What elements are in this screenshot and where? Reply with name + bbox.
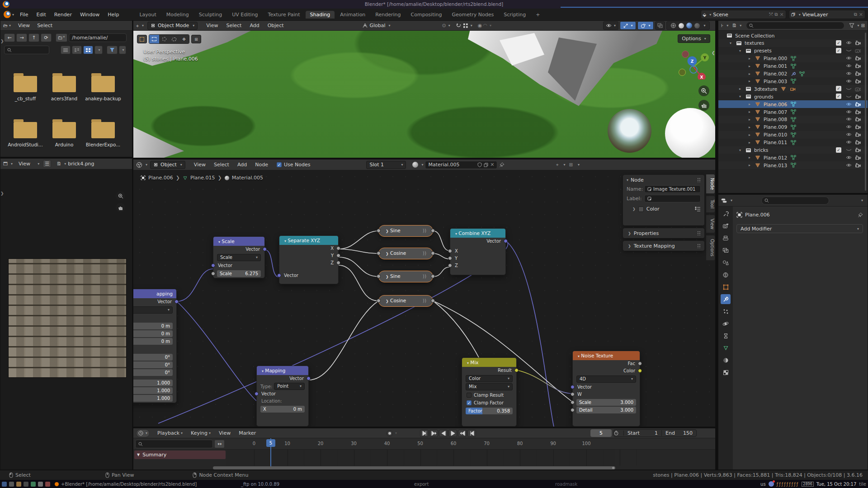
properties-tab-output[interactable] [721,233,731,243]
eye-toggle-icon[interactable] [845,78,852,84]
snap-target-icon[interactable] [463,23,468,28]
node-separate-xyz[interactable]: ▾ Separate XYZ X Y Z Vector [279,235,339,284]
breadcrumb-material[interactable]: Material.005 [232,175,263,181]
camera-toggle-icon[interactable] [854,116,861,122]
folder-item[interactable]: Arduino [46,118,83,147]
new-collection-icon[interactable]: ⊞ [861,23,865,28]
menu-render[interactable]: Render [50,12,76,18]
current-frame-field[interactable]: 5 [590,429,612,437]
play-reverse-button[interactable] [439,430,448,437]
taskbar-app-icon[interactable] [24,482,28,487]
expand-toggle-icon[interactable]: ▸ [749,56,755,61]
eye-toggle-icon[interactable] [845,108,852,115]
breadcrumb-object[interactable]: Plane.006 [148,175,173,181]
camera-toggle-icon[interactable] [854,108,861,115]
node-mapping[interactable]: ▾ Mapping Vector Type: Point▾ Vector Loc… [256,366,309,427]
expand-toggle-icon[interactable]: ▸ [749,155,755,160]
snap-magnet-icon[interactable] [456,23,462,28]
shader-canvas[interactable]: Plane.006 ❯ Plane.015 ❯ Material.005 app… [133,170,715,427]
visibility-toggle-button[interactable]: ▾ [603,21,618,30]
new-folder-button[interactable]: 🗀⁺ [56,33,67,42]
value-field[interactable]: 0 m [133,323,173,329]
properties-tab-world[interactable] [721,270,731,280]
tab-compositing[interactable]: Compositing [406,11,447,19]
eye-toggle-icon[interactable] [845,154,852,160]
camera-toggle-icon[interactable] [854,154,861,160]
camera-toggle-icon[interactable] [854,147,861,153]
properties-tab-modifiers[interactable] [721,294,731,304]
move-tool-button[interactable]: ✥ [179,35,189,43]
jump-to-start-button[interactable] [420,430,429,437]
folder-item[interactable]: acers3fand [46,72,83,101]
folder-item[interactable]: anakey-backup [85,72,122,101]
node-noise-texture[interactable]: ▾ Noise Texture Fac Color 4D▾ Vector W S… [572,351,640,427]
play-button[interactable] [448,430,457,437]
pan-hand-button[interactable] [116,203,125,212]
eye-toggle-icon[interactable] [845,70,852,77]
expand-toggle-icon[interactable]: ▸ [749,102,755,106]
scale-operation-dropdown[interactable]: Scale▾ [217,254,261,261]
properties-search-input[interactable] [761,197,829,205]
gizmos-toggle-button[interactable]: ▾ [620,21,636,30]
eye-toggle-icon[interactable] [845,124,852,130]
camera-toggle-icon[interactable] [854,55,861,61]
scale-value-field[interactable]: Scale6.275 [217,270,261,277]
camera-toggle-icon[interactable] [854,162,861,168]
annotate-tool-button[interactable]: ⊞ [191,35,201,43]
properties-tab-render[interactable] [721,221,731,231]
node-math-cosine[interactable]: ❯ Cosine)) [378,248,433,259]
path-field[interactable]: /home/amalie/ [69,33,127,42]
tab-shading[interactable]: Shading [306,11,335,19]
display-mode-icon[interactable]: ⊦ [721,23,723,28]
expand-toggle-icon[interactable]: ▾ [739,94,745,99]
expand-toggle-icon[interactable]: ▸ [749,163,755,167]
expand-toggle-icon[interactable]: ▸ [749,141,755,145]
properties-options-dropdown[interactable]: ▾ [861,198,863,202]
copy-icon[interactable]: ⧉ [854,12,857,17]
expand-toggle-icon[interactable]: ▸ [749,79,755,83]
start-frame-field[interactable]: Start1 [624,430,662,436]
outliner-row[interactable]: ▾presets✓ [718,47,868,55]
camera-toggle-icon[interactable] [854,139,861,145]
shader-menu-select[interactable]: Select [210,162,233,168]
sidebar-collapse-icon[interactable]: ❮ [712,51,715,55]
use-preview-range-icon[interactable] [614,431,624,436]
eyeclosed-toggle-icon[interactable] [845,147,852,153]
image-icon[interactable]: 🖻 [57,161,61,166]
camerax-toggle-icon[interactable] [854,47,861,54]
properties-tab-physics[interactable] [721,319,731,328]
check-toggle-icon[interactable]: ✓ [835,40,842,46]
tab-modeling[interactable]: Modeling [162,11,193,19]
node-color-swatch[interactable] [638,206,644,212]
expand-channels-button[interactable]: ↔ [214,440,225,448]
camerax-toggle-icon[interactable] [854,85,861,92]
auto-key-button[interactable] [387,430,393,436]
folder-item[interactable]: _cb_stuff [7,72,44,101]
noise-scale-field[interactable]: Scale3.000 [576,399,636,406]
properties-tab-viewlayer[interactable] [721,245,731,255]
filter-funnel-icon[interactable] [849,23,854,28]
tab--[interactable]: + [531,11,544,19]
eyeclosed-toggle-icon[interactable] [845,85,852,92]
discord-tray-icon[interactable] [769,481,774,487]
properties-tab-material[interactable] [721,355,731,365]
keyframe-area[interactable] [226,450,615,466]
node-mapping-partial[interactable]: apping Vector Point▾ ion: 0 m 0 m 0 m io… [133,289,177,403]
properties-tab-object[interactable] [721,282,731,292]
outliner-row[interactable]: ▸Plane.010 [718,131,868,139]
node-label-field[interactable] [644,195,701,202]
file-menu-select[interactable]: Select [33,23,56,28]
viewport-menu-select[interactable]: Select [222,23,245,28]
factor-slider[interactable]: Factor0.358 [466,408,513,414]
material-preview-shading-icon[interactable] [686,23,692,28]
menu-window[interactable]: Window [76,12,104,18]
value-field[interactable]: X0 m [260,406,305,413]
overlay-icon[interactable]: ⊞ [569,162,573,167]
mix-blend-dropdown[interactable]: Mix▾ [466,383,513,390]
eye-toggle-icon[interactable] [845,101,852,107]
image-view-menu[interactable]: View [14,161,34,167]
view-list-button[interactable] [61,46,71,54]
camera-toggle-icon[interactable] [854,124,861,130]
check-toggle-icon[interactable]: ✓ [835,85,842,92]
zoom-in-button[interactable] [116,191,125,201]
